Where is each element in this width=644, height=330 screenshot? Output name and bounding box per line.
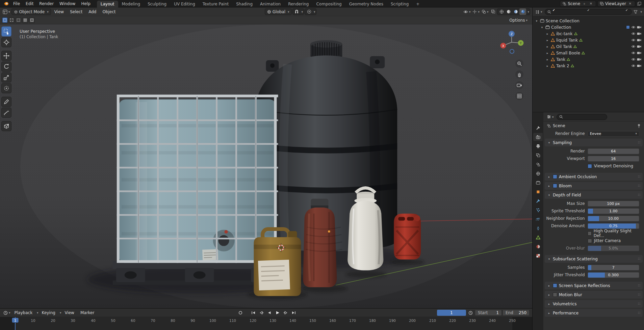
start-frame-field[interactable]: Start 1 bbox=[475, 310, 502, 316]
workspace-tab-uv-editing[interactable]: UV Editing bbox=[170, 1, 199, 7]
workspace-tab-modeling[interactable]: Modeling bbox=[118, 1, 144, 7]
select-mode-intersect-button[interactable] bbox=[29, 17, 35, 23]
add-cube-tool[interactable] bbox=[1, 121, 11, 131]
panel-ambient-occlusion-header[interactable]: ▸ ✓ Ambient Occlusion ∷ bbox=[545, 173, 643, 181]
tab-constraints[interactable] bbox=[533, 224, 543, 232]
disclosure-triangle-icon[interactable]: ▾ bbox=[540, 26, 544, 29]
menu-edit[interactable]: Edit bbox=[23, 1, 36, 7]
gizmo-negative-z-axis[interactable] bbox=[510, 49, 514, 53]
dof-neighbor-rejection-slider[interactable]: 10.00 bbox=[588, 216, 639, 221]
disclosure-triangle-icon[interactable]: ▸ bbox=[545, 32, 549, 36]
sss-samples-slider[interactable]: 7 bbox=[588, 265, 639, 270]
ssr-checkbox[interactable]: ✓ bbox=[553, 283, 557, 288]
chevron-down-icon[interactable]: ▾ bbox=[527, 10, 529, 14]
panel-screen-space-reflections-header[interactable]: ▸ ✓ Screen Space Reflections ∷ bbox=[545, 282, 643, 289]
timeline-menu-keying[interactable]: Keying bbox=[39, 310, 58, 316]
timeline-menu-view[interactable]: View bbox=[62, 310, 77, 316]
panel-volumetrics-header[interactable]: ▸ Volumetrics ∷ bbox=[545, 300, 643, 308]
mode-dropdown[interactable]: Object Mode ▾ bbox=[11, 8, 51, 15]
timeline-menu-marker[interactable]: Marker bbox=[78, 310, 97, 316]
viewport-menu-select[interactable]: Select bbox=[67, 9, 85, 15]
workspace-tab-shading[interactable]: Shading bbox=[232, 1, 256, 7]
outliner-row-object[interactable]: ▸ ibc-tank bbox=[533, 30, 644, 37]
disclosure-triangle-icon[interactable]: ▸ bbox=[545, 51, 549, 55]
transform-tool[interactable] bbox=[1, 83, 11, 93]
jump-to-end-button[interactable] bbox=[290, 310, 298, 316]
tab-render[interactable] bbox=[533, 133, 543, 141]
collection-checkbox[interactable]: ✓ bbox=[626, 25, 630, 29]
disclosure-triangle-icon[interactable]: ▸ bbox=[545, 45, 549, 48]
remove-viewlayer-button[interactable]: ✕ bbox=[627, 1, 633, 6]
shading-wireframe-icon[interactable] bbox=[498, 8, 505, 15]
hide-eye-icon[interactable] bbox=[631, 45, 636, 48]
navigation-gizmo[interactable]: Z X Y bbox=[498, 29, 525, 55]
camera-view-icon[interactable] bbox=[515, 81, 523, 89]
panel-sampling-header[interactable]: ▾ Sampling ∷ bbox=[545, 139, 643, 146]
camera-visibility-icon[interactable] bbox=[637, 32, 641, 35]
camera-visibility-icon[interactable] bbox=[637, 64, 641, 67]
hide-eye-icon[interactable] bbox=[631, 32, 636, 35]
show-gizmo-icon[interactable]: ▾ bbox=[472, 8, 480, 15]
timeline-editor-type-button[interactable]: ▾ bbox=[3, 310, 11, 316]
dof-jitter-camera-checkbox[interactable] bbox=[588, 239, 592, 243]
dof-high-quality-checkbox[interactable] bbox=[588, 231, 592, 236]
play-reverse-button[interactable] bbox=[266, 310, 273, 316]
outliner-row-object[interactable]: ▸ Tank bbox=[533, 56, 644, 63]
hide-eye-icon[interactable] bbox=[631, 39, 636, 42]
select-mode-invert-button[interactable] bbox=[22, 17, 28, 23]
workspace-tab-compositing[interactable]: Compositing bbox=[312, 1, 345, 7]
outliner-row-object[interactable]: ▸ Tank 2 bbox=[533, 63, 644, 69]
tab-physics[interactable] bbox=[533, 215, 543, 223]
show-overlays-icon[interactable]: ▾ bbox=[481, 8, 489, 15]
properties-editor-type-button[interactable]: ▾ bbox=[546, 114, 555, 120]
shading-solid-icon[interactable] bbox=[505, 8, 512, 15]
camera-visibility-icon[interactable] bbox=[637, 26, 641, 29]
dof-overblur-slider[interactable]: 5.0% bbox=[588, 245, 639, 251]
blender-logo-icon[interactable] bbox=[3, 2, 9, 6]
tab-view-layer[interactable] bbox=[533, 151, 543, 159]
viewport-menu-add[interactable]: Add bbox=[86, 9, 99, 15]
pin-icon[interactable] bbox=[637, 124, 641, 128]
snap-magnet-icon[interactable] bbox=[293, 8, 300, 15]
tab-collection[interactable] bbox=[533, 179, 543, 187]
tab-material[interactable] bbox=[533, 242, 543, 251]
new-scene-button[interactable]: ＋ bbox=[582, 1, 587, 6]
tool-options-dropdown[interactable]: Options ▾ bbox=[509, 17, 528, 23]
auto-keying-toggle[interactable] bbox=[237, 310, 244, 316]
ambient-occlusion-checkbox[interactable]: ✓ bbox=[553, 174, 557, 179]
tab-tool[interactable] bbox=[533, 124, 543, 132]
select-mode-subtract-button[interactable] bbox=[16, 17, 21, 23]
tab-texture[interactable] bbox=[533, 252, 543, 260]
panel-depth-of-field-header[interactable]: ▾ Depth of Field ∷ bbox=[545, 191, 643, 199]
shading-rendered-icon[interactable] bbox=[519, 8, 526, 15]
select-mode-extend-button[interactable] bbox=[9, 17, 15, 23]
outliner-row-collection[interactable]: ▾ Collection ✓ bbox=[533, 24, 644, 30]
scene-browse-icon[interactable] bbox=[562, 2, 566, 6]
hide-eye-icon[interactable] bbox=[631, 58, 636, 61]
render-engine-select[interactable]: Eevee ▾ bbox=[588, 131, 639, 137]
disclosure-triangle-icon[interactable]: ▾ bbox=[535, 19, 539, 23]
tab-scene[interactable] bbox=[533, 160, 543, 168]
viewport-canvas[interactable]: User Perspective (1) Collection | Tank bbox=[0, 24, 532, 308]
playhead-frame-label[interactable]: 1 bbox=[12, 318, 19, 323]
annotate-tool[interactable] bbox=[1, 97, 11, 107]
3d-scene[interactable] bbox=[0, 24, 532, 308]
chevron-down-icon[interactable]: ▾ bbox=[640, 10, 642, 14]
camera-visibility-icon[interactable] bbox=[637, 51, 641, 54]
scene-selector[interactable]: Scene ＋ ✕ bbox=[560, 1, 596, 7]
object-oil-tank-can[interactable] bbox=[248, 229, 307, 299]
transform-orientation-dropdown[interactable]: Global ▾ bbox=[265, 8, 292, 15]
workspace-tab-texture-paint[interactable]: Texture Paint bbox=[199, 1, 232, 7]
timeline-ruler[interactable]: 0 10 20 30 40 50 60 70 80 90 100 110 120… bbox=[0, 317, 532, 330]
chevron-down-icon[interactable]: ▾ bbox=[314, 10, 315, 14]
current-frame-field[interactable]: 1 bbox=[437, 310, 466, 316]
select-box-tool[interactable] bbox=[1, 26, 11, 37]
menu-window[interactable]: Window bbox=[57, 1, 78, 7]
workspace-tab-scripting[interactable]: Scripting bbox=[387, 1, 412, 7]
tab-object[interactable] bbox=[533, 188, 543, 196]
workspace-tab-sculpting[interactable]: Sculpting bbox=[144, 1, 170, 7]
viewlayer-selector[interactable]: ViewLayer ✕ bbox=[597, 1, 635, 7]
dof-sprite-threshold-slider[interactable]: 1.00 bbox=[588, 208, 639, 214]
sss-jitter-threshold-slider[interactable]: 0.300 bbox=[588, 272, 639, 278]
sampling-render-field[interactable]: 64 bbox=[588, 148, 639, 154]
